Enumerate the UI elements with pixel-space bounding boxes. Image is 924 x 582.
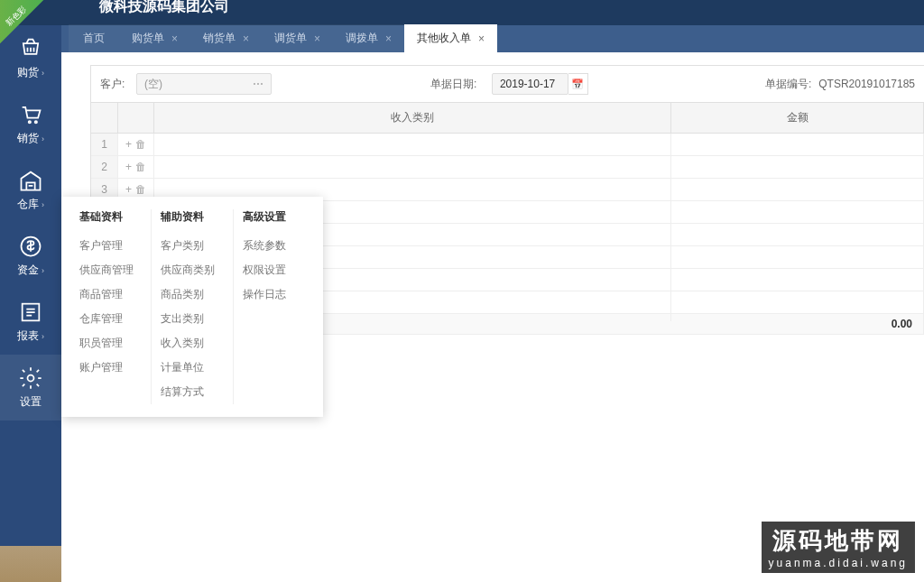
calendar-icon[interactable]: 📅 xyxy=(568,73,588,95)
close-icon[interactable]: × xyxy=(314,32,320,45)
menu-product-cat[interactable]: 商品类别 xyxy=(161,282,223,307)
tab-transfer-order[interactable]: 调货单× xyxy=(262,24,333,52)
tab-purchase-order[interactable]: 购货单× xyxy=(119,24,190,52)
customer-label: 客户: xyxy=(100,77,129,92)
table-row[interactable]: 1 +🗑 xyxy=(91,134,924,156)
sidebar-item-funds[interactable]: 资金› xyxy=(0,223,61,289)
menu-supplier-cat[interactable]: 供应商类别 xyxy=(161,258,223,282)
col-amount: 金额 xyxy=(671,103,924,133)
chevron-right-icon: › xyxy=(42,134,44,143)
warehouse-icon xyxy=(18,168,43,193)
company-logo: 微科技源码集团公司 xyxy=(99,0,229,16)
gear-icon xyxy=(18,365,43,391)
form-row: 客户: (空) ⋯ 单据日期: 2019-10-17 📅 单据编号: QTSR2… xyxy=(91,66,924,102)
menu-customer-cat[interactable]: 客户类别 xyxy=(161,234,223,258)
menu-staff-mgmt[interactable]: 职员管理 xyxy=(79,331,142,356)
close-icon[interactable]: × xyxy=(478,32,485,45)
menu-warehouse-mgmt[interactable]: 仓库管理 xyxy=(79,307,142,331)
table-row[interactable]: 2 +🗑 xyxy=(91,156,924,179)
sidebar-item-settings[interactable]: 设置 xyxy=(0,355,61,420)
popup-col-aux: 辅助资料 客户类别 供应商类别 商品类别 支出类别 收入类别 计量单位 结算方式 xyxy=(151,209,232,404)
add-icon[interactable]: + xyxy=(125,161,132,173)
chevron-right-icon: › xyxy=(42,200,44,209)
tab-sales-order[interactable]: 销货单× xyxy=(190,24,262,52)
popup-col-basic: 基础资料 客户管理 供应商管理 商品管理 仓库管理 职员管理 账户管理 xyxy=(70,209,151,404)
col-rownum xyxy=(91,103,118,133)
close-icon[interactable]: × xyxy=(385,32,392,45)
menu-permissions[interactable]: 权限设置 xyxy=(243,258,305,282)
watermark: 源码地带网 yuanma.didai.wang xyxy=(762,522,915,573)
delete-icon[interactable]: 🗑 xyxy=(135,161,146,173)
delete-icon[interactable]: 🗑 xyxy=(135,183,146,196)
date-label: 单据日期: xyxy=(430,77,485,92)
ellipsis-icon[interactable]: ⋯ xyxy=(253,78,263,90)
sidebar-item-purchase[interactable]: 购货› xyxy=(0,25,61,91)
cart-icon xyxy=(18,102,43,127)
menu-customer-mgmt[interactable]: 客户管理 xyxy=(79,234,142,258)
chevron-right-icon: › xyxy=(42,332,44,341)
col-income-type: 收入类别 xyxy=(154,103,671,133)
menu-expense-cat[interactable]: 支出类别 xyxy=(161,307,223,331)
menu-unit[interactable]: 计量单位 xyxy=(161,356,223,380)
tab-home[interactable]: 首页 xyxy=(69,24,119,52)
tabbar: 首页 购货单× 销货单× 调货单× 调拨单× 其他收入单× xyxy=(61,25,924,52)
total-amount: 0.00 xyxy=(671,314,924,334)
add-icon[interactable]: + xyxy=(125,138,132,151)
chevron-right-icon: › xyxy=(42,266,44,275)
menu-system-params[interactable]: 系统参数 xyxy=(243,234,305,258)
menu-income-cat[interactable]: 收入类别 xyxy=(161,331,223,356)
chevron-right-icon: › xyxy=(42,69,44,78)
date-input[interactable]: 2019-10-17 xyxy=(492,73,568,95)
col-actions xyxy=(118,103,154,133)
menu-supplier-mgmt[interactable]: 供应商管理 xyxy=(79,258,142,282)
report-icon xyxy=(18,300,43,325)
sidebar-item-warehouse[interactable]: 仓库› xyxy=(0,157,61,223)
menu-account-mgmt[interactable]: 账户管理 xyxy=(79,356,142,380)
tab-other-income[interactable]: 其他收入单× xyxy=(404,24,497,52)
sidebar: 购货› 销货› 仓库› 资金› 报表› 设置 xyxy=(0,25,61,582)
tab-allocation-order[interactable]: 调拨单× xyxy=(333,24,404,52)
orderno-value: QTSR20191017185 xyxy=(818,78,915,90)
menu-oplog[interactable]: 操作日志 xyxy=(243,282,305,307)
add-icon[interactable]: + xyxy=(125,183,132,196)
close-icon[interactable]: × xyxy=(243,32,249,45)
delete-icon[interactable]: 🗑 xyxy=(135,138,146,151)
menu-product-mgmt[interactable]: 商品管理 xyxy=(79,282,142,307)
orderno-label: 单据编号: xyxy=(765,77,811,92)
sidebar-item-reports[interactable]: 报表› xyxy=(0,289,61,355)
money-icon xyxy=(18,234,43,259)
popup-col-advanced: 高级设置 系统参数 权限设置 操作日志 xyxy=(233,209,314,404)
menu-settlement[interactable]: 结算方式 xyxy=(161,380,223,404)
close-icon[interactable]: × xyxy=(171,32,178,45)
basket-icon xyxy=(18,36,43,61)
sidebar-item-sales[interactable]: 销货› xyxy=(0,91,61,157)
settings-popup: 基础资料 客户管理 供应商管理 商品管理 仓库管理 职员管理 账户管理 辅助资料… xyxy=(61,197,323,417)
svg-point-2 xyxy=(28,375,34,382)
customer-input[interactable]: (空) ⋯ xyxy=(136,73,272,95)
